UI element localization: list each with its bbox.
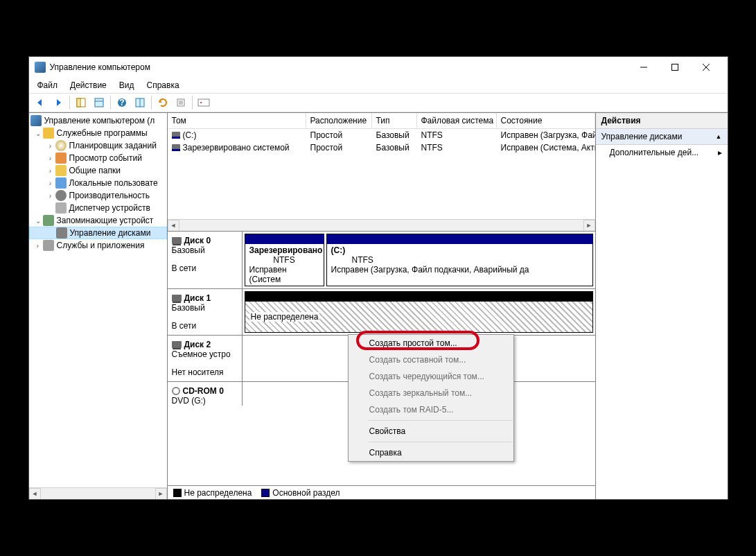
collapse-icon[interactable]: ⌄ (33, 130, 43, 137)
show-hide-tree-button[interactable] (73, 94, 89, 111)
tree-perf[interactable]: ›Производительность (29, 189, 167, 202)
legend-swatch-primary (261, 489, 270, 497)
clock-icon (55, 140, 67, 151)
volume-row[interactable]: Зарезервировано системой Простой Базовый… (168, 141, 595, 154)
svg-rect-5 (77, 98, 80, 107)
ctx-create-raid5-volume: Создать том RAID-5... (349, 401, 513, 418)
menu-action[interactable]: Действие (64, 79, 112, 92)
col-layout[interactable]: Расположение (306, 113, 372, 128)
legend-swatch-unallocated (173, 489, 182, 497)
menu-help[interactable]: Справка (141, 79, 185, 92)
properties-button[interactable] (91, 94, 107, 111)
actions-more[interactable]: Дополнительные дей...▸ (596, 145, 728, 160)
tree-scheduler[interactable]: ›Планировщик заданий (29, 139, 167, 152)
context-menu: Создать простой том... Создать составной… (348, 334, 514, 462)
col-fs[interactable]: Файловая система (417, 113, 497, 128)
tree-devmgr[interactable]: Диспетчер устройств (29, 202, 167, 214)
menu-file[interactable]: Файл (32, 79, 64, 92)
menubar: Файл Действие Вид Справка (29, 78, 728, 93)
navigation-tree[interactable]: Управление компьютером (л ⌄Служебные про… (29, 113, 168, 499)
expand-icon[interactable]: › (46, 155, 55, 162)
app-icon (35, 62, 46, 73)
tree-shared[interactable]: ›Общие папки (29, 164, 167, 177)
maximize-button[interactable] (660, 57, 691, 78)
disk-row-0[interactable]: Диск 0 Базовый В сети ЗарезервированоNTF… (168, 232, 595, 289)
wrench-icon (43, 128, 54, 139)
expand-icon[interactable]: › (46, 142, 55, 150)
performance-icon (55, 190, 67, 201)
extra-button[interactable] (195, 94, 212, 111)
expand-icon[interactable]: › (46, 192, 55, 200)
actions-diskmgmt-header[interactable]: Управление дисками▲ (596, 129, 728, 145)
volume-row[interactable]: (C:) Простой Базовый NTFS Исправен (Загр… (168, 129, 595, 141)
forward-button[interactable] (50, 94, 67, 111)
partition-unallocated[interactable]: Не распределена (245, 291, 593, 333)
ctx-create-spanned-volume: Создать составной том... (349, 351, 513, 368)
expand-icon[interactable]: › (46, 167, 55, 175)
tree-storage[interactable]: ⌄Запоминающие устройст (29, 214, 167, 227)
event-icon (55, 153, 67, 164)
volume-list[interactable]: Том Расположение Тип Файловая система Со… (168, 113, 595, 231)
scroll-left-button[interactable]: ◄ (168, 220, 179, 232)
disk-2-label: Диск 2 Съемное устро Нет носителя (168, 336, 243, 381)
refresh-button[interactable] (155, 94, 171, 111)
volume-hscrollbar[interactable]: ◄► (168, 219, 595, 231)
titlebar: Управление компьютером (29, 57, 728, 78)
users-icon (55, 177, 67, 189)
volume-icon (172, 144, 180, 151)
svg-rect-13 (198, 99, 209, 106)
toolbar: ? (29, 93, 728, 112)
collapse-icon: ▲ (716, 133, 722, 140)
partition-c[interactable]: (C:)NTFSИсправен (Загрузка, Файл подкачк… (326, 234, 593, 286)
close-button[interactable] (691, 57, 722, 78)
col-volume[interactable]: Том (168, 113, 306, 128)
disk-row-1[interactable]: Диск 1 Базовый В сети Не распределена (168, 289, 595, 336)
disk-icon (172, 341, 182, 348)
disk-1-label: Диск 1 Базовый В сети (168, 289, 243, 335)
partition-system-reserved[interactable]: ЗарезервированоNTFSИсправен (Систем (245, 234, 324, 286)
storage-icon (43, 215, 54, 226)
tree-utilities[interactable]: ⌄Служебные программы (29, 127, 167, 139)
services-icon (43, 240, 54, 251)
folder-shared-icon (55, 165, 67, 176)
svg-point-14 (200, 102, 202, 103)
computer-icon (30, 115, 42, 126)
disk-graphical-view[interactable]: Диск 0 Базовый В сети ЗарезервированоNTF… (168, 231, 595, 485)
tree-services[interactable]: ›Службы и приложения (29, 239, 167, 252)
col-status[interactable]: Состояние (497, 113, 595, 128)
menu-view[interactable]: Вид (114, 79, 140, 92)
expand-icon[interactable]: › (46, 180, 55, 187)
chevron-right-icon: ▸ (718, 148, 722, 157)
minimize-button[interactable] (628, 57, 660, 78)
tree-localusers[interactable]: ›Локальные пользовате (29, 177, 167, 189)
scroll-right-button[interactable]: ► (155, 488, 167, 500)
ctx-properties[interactable]: Свойства (349, 423, 513, 440)
cdrom-icon (172, 387, 180, 395)
disk-icon (172, 295, 182, 302)
tree-hscrollbar[interactable]: ◄► (29, 487, 167, 499)
svg-rect-1 (672, 64, 678, 71)
view-toggle-button[interactable] (132, 94, 148, 111)
ctx-create-simple-volume[interactable]: Создать простой том... (349, 335, 513, 351)
back-button[interactable] (32, 94, 49, 111)
disk-0-label: Диск 0 Базовый В сети (168, 232, 243, 288)
legend: Не распределена Основной раздел (168, 485, 595, 499)
tree-root[interactable]: Управление компьютером (л (29, 114, 167, 127)
main-content: Том Расположение Тип Файловая система Со… (168, 113, 596, 499)
tree-eventviewer[interactable]: ›Просмотр событий (29, 152, 167, 164)
ctx-create-mirrored-volume: Создать зеркальный том... (349, 385, 513, 401)
collapse-icon[interactable]: ⌄ (33, 217, 43, 225)
col-type[interactable]: Тип (372, 113, 417, 128)
actions-title: Действия (596, 113, 728, 129)
app-window: Управление компьютером Файл Действие Вид… (28, 56, 728, 500)
help-button[interactable]: ? (114, 94, 130, 111)
tree-diskmgmt[interactable]: Управление дисками (29, 227, 167, 239)
settings-button[interactable] (173, 94, 189, 111)
disk-icon (172, 237, 182, 244)
scroll-left-button[interactable]: ◄ (29, 488, 41, 500)
expand-icon[interactable]: › (33, 242, 43, 250)
volume-icon (172, 132, 180, 139)
scroll-right-button[interactable]: ► (583, 220, 595, 232)
ctx-help[interactable]: Справка (349, 444, 513, 461)
ctx-create-striped-volume: Создать чередующийся том... (349, 368, 513, 385)
